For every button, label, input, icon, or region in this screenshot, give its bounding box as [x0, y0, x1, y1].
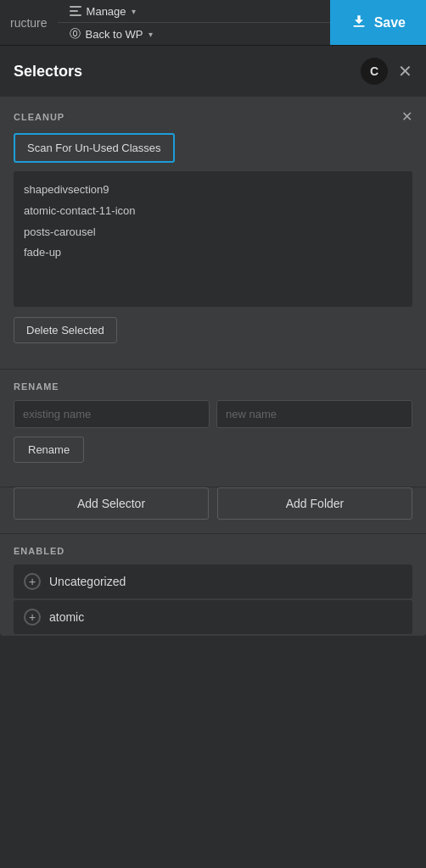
rename-header: RENAME [14, 381, 412, 392]
scan-button[interactable]: Scan For Un-Used Classes [14, 133, 175, 163]
save-label: Save [374, 15, 406, 31]
cleanup-close-button[interactable]: ✕ [401, 108, 412, 125]
panel-close-button[interactable]: ✕ [398, 63, 412, 80]
list-item[interactable]: + atomic [14, 600, 412, 634]
classes-list: shapedivsection9 atomic-contact-11-icon … [14, 171, 412, 307]
rename-inputs [14, 400, 412, 428]
avatar: C [361, 58, 388, 85]
rename-section: RENAME Rename [0, 370, 426, 487]
list-item: shapedivsection9 [24, 180, 402, 201]
new-name-input[interactable] [216, 400, 412, 428]
enabled-header: ENABLED [14, 546, 412, 556]
delete-selected-button[interactable]: Delete Selected [14, 317, 117, 343]
save-button[interactable]: Save [330, 0, 426, 45]
action-buttons: Add Selector Add Folder [0, 487, 426, 533]
manage-icon [70, 6, 81, 16]
back-to-wp-button[interactable]: ⓪ Back to WP ▾ [58, 23, 330, 45]
manage-chevron-icon: ▾ [132, 7, 136, 16]
existing-name-input[interactable] [14, 400, 210, 428]
cleanup-label: CLEANUP [14, 112, 64, 122]
panel-header-right: C ✕ [361, 58, 412, 85]
top-bar-middle: Manage ▾ ⓪ Back to WP ▾ [58, 0, 330, 45]
cleanup-section: CLEANUP ✕ Scan For Un-Used Classes shape… [0, 97, 426, 369]
selectors-panel: Selectors C ✕ CLEANUP ✕ Scan For Un-Used… [0, 46, 426, 636]
panel-title: Selectors [14, 63, 82, 81]
svg-rect-0 [353, 25, 364, 27]
add-folder-icon: + [24, 609, 41, 626]
rename-label: RENAME [14, 381, 59, 392]
panel-header: Selectors C ✕ [0, 46, 426, 97]
manage-button[interactable]: Manage ▾ [58, 0, 330, 22]
manage-label: Manage [87, 5, 126, 18]
list-item: fade-up [24, 242, 402, 264]
folder-name: atomic [49, 610, 84, 624]
list-item: posts-carousel [24, 222, 402, 243]
structure-label: ructure [0, 0, 58, 45]
add-folder-icon: + [24, 573, 41, 590]
folder-name: Uncategorized [49, 575, 126, 588]
cleanup-header: CLEANUP ✕ [14, 108, 412, 125]
back-to-wp-chevron-icon: ▾ [149, 30, 153, 39]
wp-icon: ⓪ [70, 26, 81, 42]
enabled-label: ENABLED [14, 546, 64, 556]
add-selector-button[interactable]: Add Selector [14, 487, 209, 520]
list-item: atomic-contact-11-icon [24, 201, 402, 222]
enabled-section: ENABLED + Uncategorized + atomic [0, 534, 426, 634]
list-item[interactable]: + Uncategorized [14, 565, 412, 598]
top-bar: ructure Manage ▾ ⓪ Back to WP ▾ Save [0, 0, 426, 46]
back-to-wp-label: Back to WP [86, 28, 143, 41]
add-folder-button[interactable]: Add Folder [217, 487, 412, 520]
save-icon [350, 13, 367, 33]
rename-button[interactable]: Rename [14, 437, 84, 463]
